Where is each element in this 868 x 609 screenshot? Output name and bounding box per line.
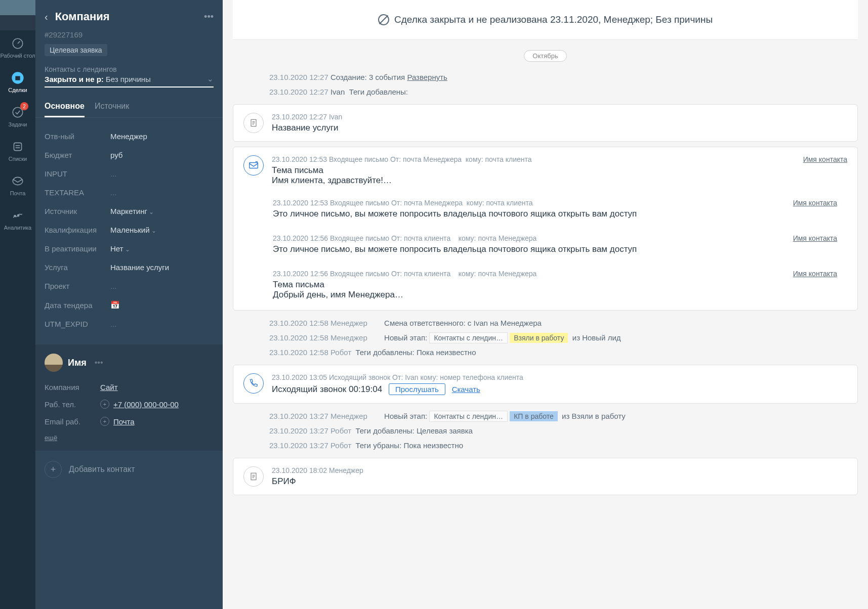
field-label: INPUT <box>45 169 110 178</box>
email-body: Добрый день, имя Менеджера… <box>273 290 847 300</box>
card-meta: 23.10.2020 12:27 Ivan <box>272 113 847 121</box>
email-meta: 23.10.2020 12:56 Входящее письмо От: поч… <box>273 270 847 278</box>
email-subject: Тема письма <box>272 165 847 176</box>
contact-link[interactable]: Имя контакта <box>793 199 837 207</box>
timeline: Сделка закрыта и не реализована 23.11.20… <box>223 0 868 609</box>
email-icon <box>243 155 264 176</box>
nav-rail: Рабочий стол Сделки 2 Задачи Списки Почт… <box>0 0 35 609</box>
contact-link[interactable]: Имя контакта <box>793 234 837 242</box>
tab-source[interactable]: Источник <box>95 102 129 117</box>
contact-link[interactable]: Имя контакта <box>793 270 837 278</box>
add-contact-label: Добавить контакт <box>69 465 135 474</box>
pipeline-name: Контакты с лендингов <box>45 65 214 73</box>
chevron-down-icon: ⌄ <box>207 74 214 83</box>
field-input[interactable]: ... <box>110 169 214 178</box>
field-service[interactable]: Название услуги <box>110 263 214 272</box>
call-card[interactable]: 23.10.2020 13:05 Исходящий звонок От: Iv… <box>233 365 858 404</box>
field-label: Услуга <box>45 263 110 272</box>
deal-tag[interactable]: Целевая заявка <box>45 44 107 56</box>
document-icon <box>243 466 264 487</box>
svg-rect-4 <box>14 143 21 150</box>
document-icon <box>243 113 264 133</box>
field-budget[interactable]: руб <box>110 151 214 159</box>
nav-deals[interactable]: Сделки <box>0 65 35 99</box>
add-phone-icon[interactable]: + <box>100 400 109 409</box>
note-card[interactable]: 23.10.2020 18:02 Менеджер БРИФ <box>233 458 858 495</box>
log-line: 23.10.2020 12:58 Менеджер Смена ответств… <box>233 316 858 330</box>
back-chevron-icon[interactable]: ‹ <box>45 11 48 23</box>
expand-link[interactable]: Развернуть <box>407 73 447 81</box>
field-utm-expid[interactable]: ... <box>110 320 214 328</box>
banner-text: Сделка закрыта и не реализована 23.11.20… <box>394 14 713 25</box>
nav-label: Списки <box>9 156 27 162</box>
field-responsible[interactable]: Менеджер <box>110 132 214 141</box>
nav-label: Почта <box>10 190 26 196</box>
nav-analytics[interactable]: Аналитика <box>0 202 35 237</box>
deals-icon <box>11 71 25 85</box>
contact-avatar[interactable] <box>45 354 63 372</box>
field-qualification[interactable]: Маленький <box>110 226 214 234</box>
contact-name[interactable]: Имя <box>68 358 87 368</box>
contact-phone[interactable]: +7 (000) 000-00-00 <box>113 400 179 409</box>
field-source[interactable]: Маркетинг <box>110 207 214 215</box>
log-line: 23.10.2020 12:27 Создание: 3 события Раз… <box>233 70 858 84</box>
log-line: 23.10.2020 12:58 Робот Теги добавлены: П… <box>233 345 858 360</box>
email-body: Имя клиента, здравствуйте!… <box>272 176 847 186</box>
field-label: Проект <box>45 282 110 290</box>
nav-dashboard[interactable]: Рабочий стол <box>0 30 35 65</box>
email-subject: Тема письма <box>273 280 847 290</box>
contact-email[interactable]: Почта <box>113 417 135 426</box>
email-meta: 23.10.2020 12:53 Входящее письмо От: поч… <box>272 155 847 163</box>
nav-mail[interactable]: Почта <box>0 168 35 202</box>
svg-rect-2 <box>15 76 20 80</box>
field-project[interactable]: ... <box>110 282 214 290</box>
deal-panel: ‹ Компания ••• #29227169 Целевая заявка … <box>35 0 223 609</box>
contact-more-link[interactable]: ещё <box>45 434 214 442</box>
field-label: UTM_EXPID <box>45 320 110 328</box>
field-textarea[interactable]: ... <box>110 188 214 197</box>
badge: 2 <box>20 102 28 110</box>
month-divider: Октябрь <box>233 50 858 62</box>
field-label: Отв-ный <box>45 132 110 141</box>
analytics-icon <box>11 208 25 223</box>
nav-lists[interactable]: Списки <box>0 134 35 168</box>
svg-point-9 <box>17 214 19 216</box>
nav-tasks[interactable]: 2 Задачи <box>0 99 35 134</box>
log-line: 23.10.2020 12:27 Ivan Теги добавлены: <box>233 84 858 99</box>
contact-link[interactable]: Имя контакта <box>803 155 847 163</box>
pipeline-reason: Без причины <box>106 75 207 83</box>
field-label: Компания <box>45 383 100 392</box>
svg-rect-14 <box>250 163 258 168</box>
field-reactivation[interactable]: Нет <box>110 244 214 253</box>
deal-title[interactable]: Компания <box>55 10 204 23</box>
email-body: Это личное письмо, вы можете попросить в… <box>273 209 847 219</box>
more-icon[interactable]: ••• <box>95 358 103 367</box>
download-link[interactable]: Скачать <box>452 385 480 394</box>
stage-chip: Контакты с лендин… <box>429 332 508 343</box>
more-icon[interactable]: ••• <box>204 12 214 22</box>
nav-label: Рабочий стол <box>0 53 35 59</box>
log-line: 23.10.2020 12:58 Менеджер Новый этап: Ко… <box>233 330 858 345</box>
deal-status-banner: Сделка закрыта и не реализована 23.11.20… <box>233 0 858 40</box>
field-label: Квалификация <box>45 226 110 234</box>
plus-icon: + <box>45 461 62 478</box>
month-label: Октябрь <box>524 50 566 62</box>
nav-label: Аналитика <box>4 225 31 231</box>
field-tender-date[interactable]: 📅 <box>110 300 214 310</box>
deal-id: #29227169 <box>45 30 214 39</box>
email-card[interactable]: 23.10.2020 12:53 Входящее письмо От: поч… <box>233 147 858 311</box>
contact-company[interactable]: Сайт <box>100 383 118 392</box>
mail-icon <box>11 174 25 188</box>
field-label: TEXTAREA <box>45 188 110 197</box>
pipeline-selector[interactable]: Контакты с лендингов Закрыто и не р: Без… <box>45 65 214 88</box>
email-meta: 23.10.2020 12:53 Входящее письмо От: поч… <box>273 199 847 207</box>
card-meta: 23.10.2020 18:02 Менеджер <box>272 466 847 474</box>
note-card[interactable]: 23.10.2020 12:27 Ivan Название услуги <box>233 104 858 142</box>
tab-main[interactable]: Основное <box>45 102 85 117</box>
listen-button[interactable]: Прослушать <box>389 383 445 395</box>
add-contact-button[interactable]: + Добавить контакт <box>35 451 223 488</box>
add-email-icon[interactable]: + <box>100 417 109 426</box>
list-icon <box>11 140 25 154</box>
workspace-avatar[interactable] <box>0 0 35 30</box>
field-label: Email раб. <box>45 417 100 426</box>
